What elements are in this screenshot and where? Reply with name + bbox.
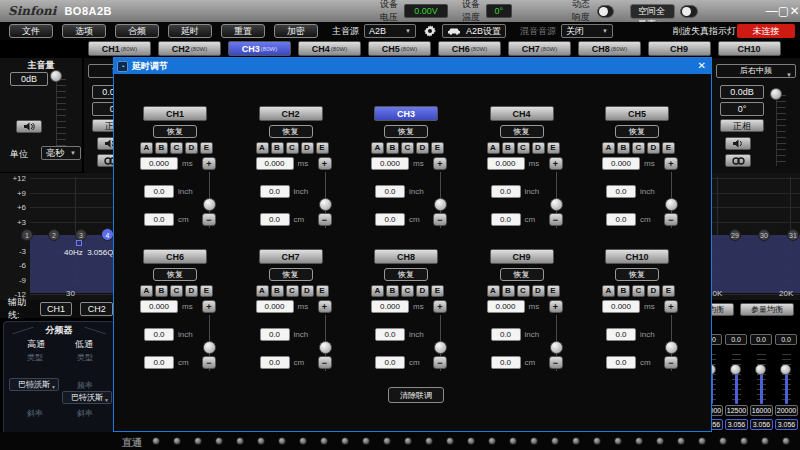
delay-channel-ch2-header[interactable]: CH2 (259, 106, 323, 121)
preset-c-button[interactable]: C (517, 285, 530, 297)
preset-b-button[interactable]: B (155, 142, 168, 154)
delay-channel-ch4-header[interactable]: CH4 (490, 106, 554, 121)
band-bypass-knob[interactable] (404, 437, 412, 445)
tab-ch6[interactable]: CH6(80W) (438, 41, 501, 56)
delay-inch-input[interactable] (606, 185, 636, 198)
delay-channel-ch5-header[interactable]: CH5 (605, 106, 669, 121)
delay-cm-input[interactable] (606, 356, 636, 369)
band-bypass-knob[interactable] (740, 437, 748, 445)
delay-plus-button[interactable]: + (202, 300, 216, 313)
preset-a-button[interactable]: A (487, 285, 500, 297)
delay-cm-input[interactable] (375, 356, 405, 369)
preset-d-button[interactable]: D (185, 142, 198, 154)
delay-inch-input[interactable] (144, 328, 174, 341)
delay-slider-knob[interactable] (665, 198, 678, 211)
preset-b-button[interactable]: B (155, 285, 168, 297)
aux-channel1-button[interactable]: CH1 (40, 302, 73, 316)
band-bypass-knob[interactable] (341, 437, 349, 445)
preset-b-button[interactable]: B (271, 142, 284, 154)
delay-minus-button[interactable]: − (433, 356, 447, 369)
panorama-sound-button[interactable]: 空间全景声 > (630, 4, 675, 19)
tab-ch10[interactable]: CH10 (718, 41, 781, 56)
preset-d-button[interactable]: D (532, 285, 545, 297)
delay-inch-input[interactable] (144, 185, 174, 198)
delay-cm-input[interactable] (491, 356, 521, 369)
preset-e-button[interactable]: E (547, 285, 560, 297)
delay-plus-button[interactable]: + (664, 300, 678, 313)
polarity-button[interactable]: 正相 (720, 119, 764, 132)
preset-e-button[interactable]: E (662, 285, 675, 297)
preset-a-button[interactable]: A (371, 142, 384, 154)
preset-e-button[interactable]: E (547, 142, 560, 154)
preset-a-button[interactable]: A (371, 285, 384, 297)
delay-inch-input[interactable] (606, 328, 636, 341)
delay-minus-button[interactable]: − (318, 356, 332, 369)
delay-plus-button[interactable]: + (318, 300, 332, 313)
delay-slider-knob[interactable] (203, 341, 216, 354)
delay-minus-button[interactable]: − (664, 213, 678, 226)
delay-inch-input[interactable] (491, 185, 521, 198)
delay-slider-knob[interactable] (434, 341, 447, 354)
eq-point-30[interactable]: 30 (758, 229, 770, 241)
band-bypass-knob[interactable] (152, 437, 160, 445)
delay-ms-input[interactable] (256, 157, 294, 170)
tab-ch4[interactable]: CH4(80W) (298, 41, 361, 56)
preset-d-button[interactable]: D (301, 142, 314, 154)
delay-inch-input[interactable] (375, 185, 405, 198)
dynamic-loudness-toggle[interactable] (597, 5, 614, 18)
delay-inch-input[interactable] (260, 185, 290, 198)
preset-a-button[interactable]: A (602, 142, 615, 154)
delay-cm-input[interactable] (144, 213, 174, 226)
preset-c-button[interactable]: C (632, 285, 645, 297)
delay-minus-button[interactable]: − (318, 213, 332, 226)
delay-minus-button[interactable]: − (664, 356, 678, 369)
dialog-titlebar[interactable]: ◔ 延时调节 ✕ (114, 58, 711, 74)
mix-source-dropdown[interactable]: 关闭 ▼ (561, 24, 613, 38)
preset-b-button[interactable]: B (271, 285, 284, 297)
band-bypass-knob[interactable] (467, 437, 475, 445)
preset-c-button[interactable]: C (401, 285, 414, 297)
master-volume-knob[interactable] (50, 70, 62, 82)
menu-button-2[interactable]: 选项 (62, 24, 106, 38)
band-slider-knob[interactable] (780, 364, 791, 375)
delay-channel-ch10-header[interactable]: CH10 (605, 249, 669, 264)
menu-button-6[interactable]: 加密 (274, 24, 318, 38)
delay-slider-knob[interactable] (550, 341, 563, 354)
preset-b-button[interactable]: B (617, 142, 630, 154)
minimize-button[interactable]: — (766, 0, 778, 22)
preset-a-button[interactable]: A (140, 142, 153, 154)
eq-point-31[interactable]: 31 (787, 229, 799, 241)
link-button[interactable] (725, 154, 751, 167)
preset-d-button[interactable]: D (185, 285, 198, 297)
delay-minus-button[interactable]: − (549, 213, 563, 226)
band-bypass-knob[interactable] (215, 437, 223, 445)
restore-button[interactable]: 恢复 (615, 268, 659, 281)
delay-slider-knob[interactable] (434, 198, 447, 211)
preset-e-button[interactable]: E (200, 142, 213, 154)
preset-c-button[interactable]: C (170, 285, 183, 297)
delay-ms-input[interactable] (140, 300, 178, 313)
preset-b-button[interactable]: B (386, 285, 399, 297)
preset-c-button[interactable]: C (401, 142, 414, 154)
preset-d-button[interactable]: D (647, 285, 660, 297)
delay-minus-button[interactable]: − (549, 356, 563, 369)
preset-b-button[interactable]: B (617, 285, 630, 297)
delay-minus-button[interactable]: − (202, 356, 216, 369)
preset-e-button[interactable]: E (431, 142, 444, 154)
band-bypass-knob[interactable] (572, 437, 580, 445)
menu-button-1[interactable]: 文件 (9, 24, 53, 38)
delay-slider-knob[interactable] (319, 198, 332, 211)
preset-d-button[interactable]: D (416, 142, 429, 154)
delay-cm-input[interactable] (260, 213, 290, 226)
restore-button[interactable]: 恢复 (153, 125, 197, 138)
unit-dropdown[interactable]: 毫秒 ▼ (41, 146, 81, 160)
a2b-settings-button[interactable]: A2B设置 (442, 24, 506, 38)
delay-plus-button[interactable]: + (664, 157, 678, 170)
tab-ch8[interactable]: CH8(80W) (578, 41, 641, 56)
band-bypass-knob[interactable] (236, 437, 244, 445)
restore-button[interactable]: 恢复 (384, 268, 428, 281)
delay-inch-input[interactable] (260, 328, 290, 341)
aux-channel2-button[interactable]: CH2 (80, 302, 113, 316)
preset-e-button[interactable]: E (431, 285, 444, 297)
preset-b-button[interactable]: B (386, 142, 399, 154)
